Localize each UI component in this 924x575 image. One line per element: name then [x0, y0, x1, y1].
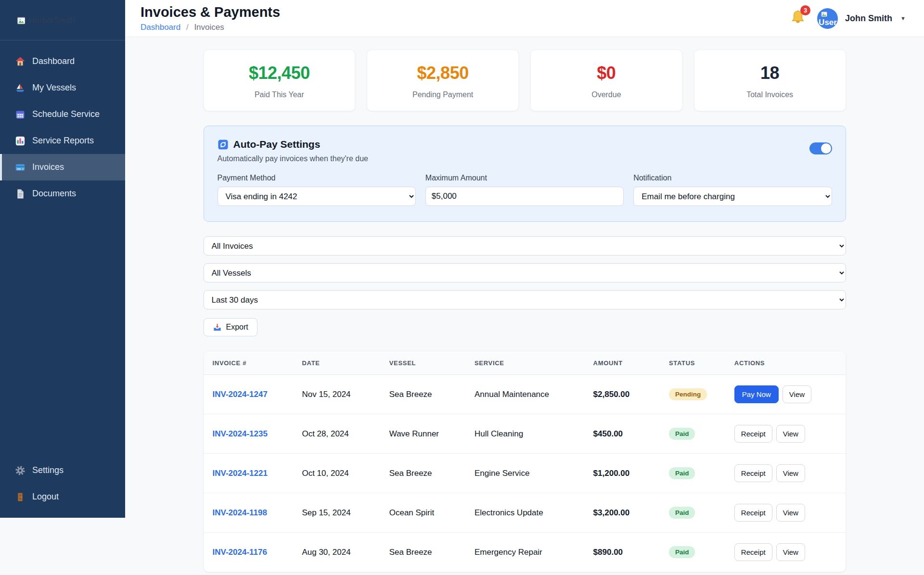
vessel-filter[interactable]: All Vessels — [204, 263, 846, 282]
invoice-status-filter[interactable]: All Invoices — [204, 236, 846, 256]
actions-cell: ReceiptView — [734, 414, 846, 454]
invoice-service: Electronics Update — [475, 508, 543, 517]
avatar[interactable]: User — [817, 8, 838, 29]
table-row: INV-2024-1221Oct 10, 2024Sea BreezeEngin… — [204, 454, 846, 493]
avatar-alt-text: User — [819, 18, 837, 27]
sidebar-nav: DashboardMy VesselsSchedule ServiceServi… — [0, 40, 125, 207]
status-badge: Paid — [669, 546, 695, 558]
topbar-right: 3 User John Smith ▼ — [790, 8, 906, 29]
invoice-amount: $2,850.00 — [593, 390, 630, 399]
gear-icon — [15, 465, 26, 476]
receipt-button[interactable]: Receipt — [734, 543, 772, 561]
status-badge: Paid — [669, 467, 695, 479]
receipt-button[interactable]: Receipt — [734, 504, 772, 522]
notification-field: Notification Email me before charging — [633, 174, 832, 206]
view-button[interactable]: View — [776, 504, 805, 522]
pay-now-button[interactable]: Pay Now — [734, 385, 779, 403]
notification-count-badge: 3 — [800, 5, 810, 15]
sidebar-item-logout[interactable]: Logout — [0, 484, 125, 510]
stat-card: $0Overdue — [530, 50, 682, 111]
stat-label: Overdue — [536, 90, 677, 99]
sidebar-item-my-vessels[interactable]: My Vessels — [0, 75, 125, 101]
date-range-filter[interactable]: Last 30 days — [204, 290, 846, 309]
credit-card-icon — [15, 162, 26, 173]
invoice-service: Annual Maintenance — [475, 390, 549, 399]
table-header-row: INVOICE #DATEVESSELSERVICEAMOUNTSTATUSAC… — [204, 351, 846, 375]
autopay-title-row: Auto-Pay Settings — [218, 139, 368, 150]
logo-alt-text: HarborSmith — [29, 16, 75, 26]
view-button[interactable]: View — [776, 543, 805, 561]
receipt-button[interactable]: Receipt — [734, 464, 772, 482]
payment-method-select[interactable]: Visa ending in 4242 — [218, 187, 416, 206]
view-button[interactable]: View — [776, 425, 805, 443]
autopay-toggle[interactable] — [809, 142, 832, 154]
maximum-amount-input[interactable] — [425, 187, 624, 206]
invoice-vessel: Wave Runner — [389, 429, 439, 438]
inbox-tray-icon — [213, 323, 222, 332]
breadcrumb-dashboard-link[interactable]: Dashboard — [141, 23, 180, 32]
topbar: Invoices & Payments Dashboard / Invoices… — [125, 0, 924, 37]
stat-value: $0 — [536, 63, 677, 83]
sidebar-item-documents[interactable]: Documents — [0, 180, 125, 207]
logo: HarborSmith — [0, 0, 125, 40]
topbar-left: Invoices & Payments Dashboard / Invoices — [141, 4, 280, 32]
sidebar-item-dashboard[interactable]: Dashboard — [0, 48, 125, 75]
invoice-link[interactable]: INV-2024-1235 — [213, 429, 268, 438]
breadcrumb: Dashboard / Invoices — [141, 23, 280, 32]
view-button[interactable]: View — [776, 464, 805, 482]
receipt-button[interactable]: Receipt — [734, 425, 772, 443]
invoices-table-card: INVOICE #DATEVESSELSERVICEAMOUNTSTATUSAC… — [204, 351, 846, 572]
autopay-subtitle: Automatically pay invoices when they're … — [218, 154, 368, 163]
status-badge: Pending — [669, 388, 707, 400]
table-row: INV-2024-1247Nov 15, 2024Sea BreezeAnnua… — [204, 375, 846, 414]
payment-method-label: Payment Method — [218, 174, 416, 182]
invoice-link[interactable]: INV-2024-1176 — [213, 548, 267, 557]
breadcrumb-current: Invoices — [194, 23, 224, 32]
notifications-button[interactable]: 3 — [790, 9, 806, 27]
invoices-table: INVOICE #DATEVESSELSERVICEAMOUNTSTATUSAC… — [204, 351, 846, 572]
sidebar-item-service-reports[interactable]: Service Reports — [0, 128, 125, 154]
sidebar-item-schedule-service[interactable]: Schedule Service — [0, 101, 125, 128]
chevron-down-icon[interactable]: ▼ — [900, 15, 906, 21]
invoice-date: Aug 30, 2024 — [302, 548, 350, 557]
invoice-date: Oct 28, 2024 — [302, 429, 348, 438]
stat-value: $2,850 — [372, 63, 513, 83]
table-row: INV-2024-1176Aug 30, 2024Sea BreezeEmerg… — [204, 533, 846, 572]
document-icon — [15, 189, 26, 199]
notification-select[interactable]: Email me before charging — [633, 187, 832, 206]
autopay-fields: Payment Method Visa ending in 4242 Maxim… — [218, 174, 832, 206]
autopay-title: Auto-Pay Settings — [233, 139, 321, 150]
view-button[interactable]: View — [783, 385, 811, 403]
invoice-link[interactable]: INV-2024-1247 — [213, 390, 268, 399]
invoice-link[interactable]: INV-2024-1221 — [213, 469, 268, 478]
stat-card: $12,450Paid This Year — [204, 50, 356, 111]
sidebar-item-settings[interactable]: Settings — [0, 457, 125, 484]
invoice-date: Sep 15, 2024 — [302, 508, 350, 517]
autopay-header: Auto-Pay Settings Automatically pay invo… — [218, 139, 832, 163]
actions-cell: ReceiptView — [734, 454, 846, 493]
invoice-service: Emergency Repair — [475, 548, 542, 557]
stats-row: $12,450Paid This Year$2,850Pending Payme… — [204, 50, 846, 111]
invoice-vessel: Sea Breeze — [389, 469, 432, 478]
user-name: John Smith — [845, 13, 892, 24]
autopay-panel: Auto-Pay Settings Automatically pay invo… — [204, 126, 846, 222]
export-label: Export — [226, 323, 248, 332]
sidebar: HarborSmith DashboardMy VesselsSchedule … — [0, 0, 125, 518]
invoice-service: Hull Cleaning — [475, 429, 523, 438]
sidebar-item-label: Invoices — [32, 162, 64, 172]
home-icon — [15, 56, 26, 67]
broken-image-icon — [821, 11, 828, 18]
invoice-amount: $3,200.00 — [593, 508, 630, 517]
sidebar-item-label: Service Reports — [32, 136, 94, 146]
status-badge: Paid — [669, 507, 695, 519]
sidebar-item-label: Schedule Service — [32, 109, 100, 119]
door-icon — [15, 492, 26, 502]
invoice-date: Oct 10, 2024 — [302, 469, 348, 478]
toggle-knob — [821, 143, 831, 153]
sidebar-item-invoices[interactable]: Invoices — [0, 154, 125, 180]
invoice-link[interactable]: INV-2024-1198 — [213, 508, 267, 517]
column-header: INVOICE # — [204, 351, 302, 375]
sidebar-item-label: Dashboard — [32, 56, 75, 66]
stat-label: Total Invoices — [699, 90, 841, 99]
export-button[interactable]: Export — [204, 318, 257, 336]
